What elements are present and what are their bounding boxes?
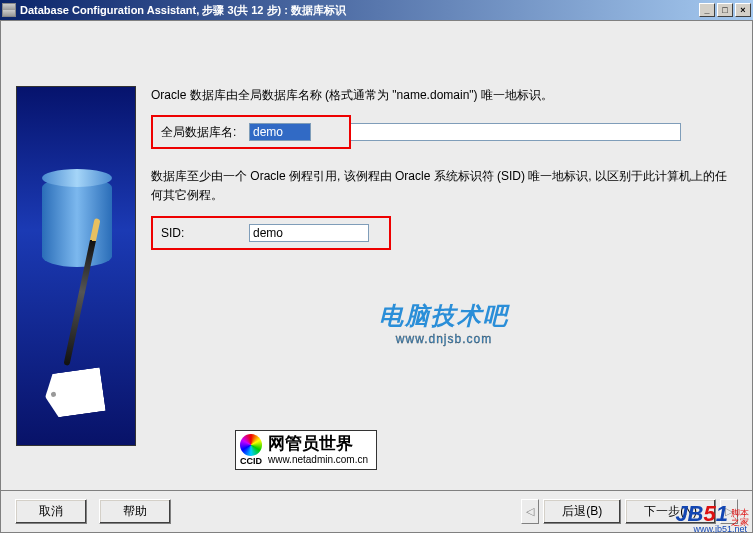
back-arrow-icon: ◁ — [521, 499, 539, 524]
wizard-graphic — [16, 86, 136, 446]
minimize-button[interactable]: _ — [699, 3, 715, 17]
help-button[interactable]: 帮助 — [99, 499, 171, 524]
netadmin-badge: CCID 网管员世界 www.netadmin.com.cn — [235, 430, 377, 470]
ccid-label: CCID — [240, 456, 262, 466]
global-db-name-label: 全局数据库名: — [161, 124, 249, 141]
database-icon — [42, 177, 112, 267]
badge-url: www.netadmin.com.cn — [268, 454, 368, 466]
close-button[interactable]: × — [735, 3, 751, 17]
global-db-name-input[interactable] — [249, 123, 311, 141]
global-db-name-row: 全局数据库名: — [151, 115, 351, 149]
back-button[interactable]: 后退(B) — [543, 499, 621, 524]
watermark-1: 电脑技术吧 www.dnjsb.com — [151, 300, 737, 346]
watermark-url: www.dnjsb.com — [151, 332, 737, 346]
watermark-cn: 电脑技术吧 — [151, 300, 737, 332]
sid-row: SID: — [151, 216, 391, 250]
tag-icon — [42, 367, 106, 419]
app-icon — [2, 3, 16, 17]
description-1: Oracle 数据库由全局数据库名称 (格式通常为 "name.domain")… — [151, 86, 737, 105]
button-bar: 取消 帮助 ◁ 后退(B) 下一步(N) ▷ — [1, 490, 752, 532]
global-db-name-input-ext[interactable] — [351, 123, 681, 141]
titlebar: Database Configuration Assistant, 步骤 3(共… — [0, 0, 753, 20]
jb51-5: 5 — [704, 501, 716, 526]
cancel-button[interactable]: 取消 — [15, 499, 87, 524]
ccid-logo-icon — [240, 434, 262, 456]
jb51-1: 1 — [716, 501, 728, 526]
sid-label: SID: — [161, 226, 249, 240]
maximize-button[interactable]: □ — [717, 3, 733, 17]
badge-cn: 网管员世界 — [268, 434, 368, 454]
description-2: 数据库至少由一个 Oracle 例程引用, 该例程由 Oracle 系统标识符 … — [151, 167, 737, 205]
jb51-jb: JB — [675, 501, 703, 526]
sid-input[interactable] — [249, 224, 369, 242]
window-title: Database Configuration Assistant, 步骤 3(共… — [20, 3, 699, 18]
jb51-url: www.jb51.net — [693, 524, 747, 533]
